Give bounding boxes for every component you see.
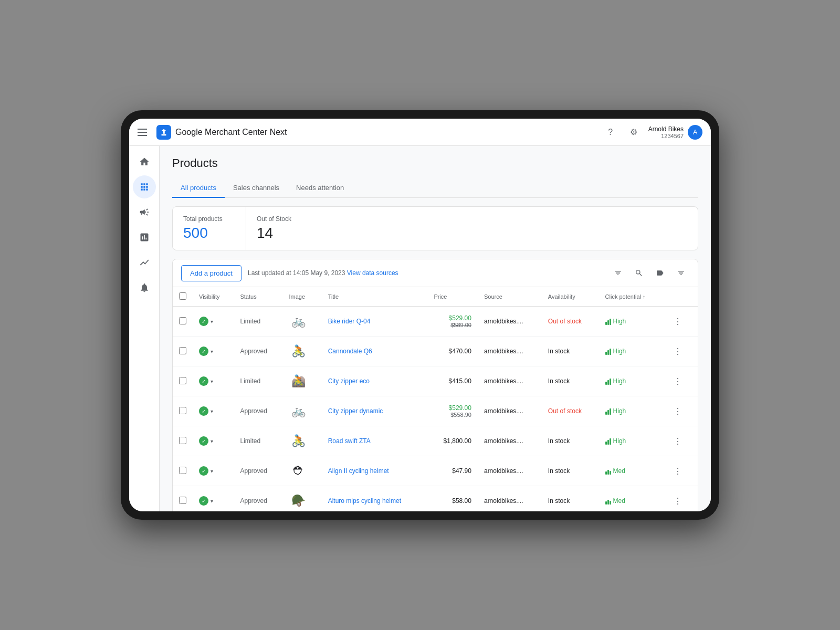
row-more[interactable]: ⋮ <box>664 486 698 512</box>
row-checkbox[interactable] <box>179 497 186 504</box>
add-product-button[interactable]: Add a product <box>181 265 242 281</box>
visibility-check-icon: ✓ <box>199 436 208 446</box>
tab-needs-attention[interactable]: Needs attention <box>288 178 352 198</box>
more-options-button[interactable]: ⋮ <box>670 344 685 359</box>
logo-text: Google Merchant Center Next <box>175 128 287 137</box>
columns-icon-button[interactable] <box>673 265 689 281</box>
tab-sales-channels[interactable]: Sales channels <box>225 178 288 198</box>
row-more[interactable]: ⋮ <box>664 307 698 337</box>
row-checkbox[interactable] <box>179 437 186 444</box>
row-title[interactable]: Road swift ZTA <box>322 426 428 456</box>
more-options-button[interactable]: ⋮ <box>670 464 685 478</box>
row-checkbox-cell[interactable] <box>173 456 193 486</box>
row-title[interactable]: City zipper dynamic <box>322 396 428 426</box>
row-more[interactable]: ⋮ <box>664 426 698 456</box>
tab-all-products[interactable]: All products <box>172 178 225 198</box>
product-image: ⛑ <box>289 461 308 480</box>
bar-chart-icon <box>605 377 611 385</box>
bar-chart-icon <box>605 437 611 445</box>
row-checkbox-cell[interactable] <box>173 366 193 396</box>
row-title[interactable]: Cannondale Q6 <box>322 337 428 366</box>
sidebar-item-analytics[interactable] <box>133 251 156 274</box>
page-title: Products <box>172 156 698 170</box>
click-potential-label: Med <box>613 467 625 475</box>
product-title-link[interactable]: City zipper dynamic <box>328 407 383 415</box>
product-image: 🚲 <box>289 402 308 421</box>
row-status: Approved <box>234 396 282 426</box>
search-icon-button[interactable] <box>631 265 647 281</box>
row-checkbox-cell[interactable] <box>173 307 193 337</box>
products-table: Visibility Status Image Title Price Sour… <box>173 287 698 511</box>
logo-area: Google Merchant Center Next <box>156 125 602 140</box>
header-visibility: Visibility <box>193 287 234 307</box>
select-all-checkbox[interactable] <box>179 292 186 300</box>
more-options-button[interactable]: ⋮ <box>670 374 685 388</box>
sidebar-item-notifications[interactable] <box>133 276 156 299</box>
row-click-potential: Med <box>599 456 664 486</box>
help-button[interactable]: ? <box>602 124 619 141</box>
top-bar: Google Merchant Center Next ? ⚙ Arnold B… <box>129 119 711 146</box>
product-title-link[interactable]: Align II cycling helmet <box>328 467 389 475</box>
chevron-down-icon[interactable]: ▾ <box>211 379 213 384</box>
product-image: 🚴 <box>289 432 308 450</box>
product-title-link[interactable]: Road swift ZTA <box>328 437 371 445</box>
chevron-down-icon[interactable]: ▾ <box>211 349 213 354</box>
price-original: $558.90 <box>434 412 471 418</box>
stat-total-products: Total products 500 <box>173 207 246 250</box>
total-products-value: 500 <box>183 225 235 242</box>
sort-arrow-icon: ↑ <box>643 294 645 300</box>
row-more[interactable]: ⋮ <box>664 396 698 426</box>
row-checkbox[interactable] <box>179 347 186 354</box>
row-title[interactable]: Align II cycling helmet <box>322 456 428 486</box>
chevron-down-icon[interactable]: ▾ <box>211 498 213 504</box>
chevron-down-icon[interactable]: ▾ <box>211 468 213 474</box>
toolbar-icons <box>610 265 689 281</box>
row-checkbox-cell[interactable] <box>173 486 193 512</box>
menu-icon[interactable] <box>138 126 150 139</box>
row-title[interactable]: Bike rider Q-04 <box>322 307 428 337</box>
header-price: Price <box>427 287 478 307</box>
header-click-potential[interactable]: Click potential ↑ <box>599 287 664 307</box>
filter-icon-button[interactable] <box>610 265 626 281</box>
row-checkbox[interactable] <box>179 407 186 414</box>
row-more[interactable]: ⋮ <box>664 366 698 396</box>
svg-rect-0 <box>162 134 166 135</box>
product-title-link[interactable]: Alturo mips cycling helmet <box>328 497 401 505</box>
row-source: arnoldbikes.... <box>478 426 542 456</box>
sidebar-item-reports[interactable] <box>133 226 156 249</box>
sidebar-item-products[interactable] <box>133 175 156 198</box>
sidebar-item-marketing[interactable] <box>133 201 156 224</box>
visibility-check-icon: ✓ <box>199 317 208 326</box>
product-title-link[interactable]: City zipper eco <box>328 377 370 385</box>
header-select-all[interactable] <box>173 287 193 307</box>
row-checkbox[interactable] <box>179 377 186 384</box>
row-checkbox-cell[interactable] <box>173 426 193 456</box>
view-data-sources-link[interactable]: View data sources <box>347 269 398 277</box>
table-row: ✓ ▾ Limited🚵City zipper eco $415.00 arno… <box>173 366 698 396</box>
more-options-button[interactable]: ⋮ <box>670 314 685 329</box>
row-price: $415.00 <box>427 366 478 396</box>
top-bar-right: ? ⚙ Arnold Bikes 1234567 A <box>602 124 702 141</box>
product-title-link[interactable]: Bike rider Q-04 <box>328 318 371 325</box>
row-title[interactable]: City zipper eco <box>322 366 428 396</box>
sidebar-item-home[interactable] <box>133 150 156 173</box>
row-price: $1,800.00 <box>427 426 478 456</box>
chevron-down-icon[interactable]: ▾ <box>211 319 213 324</box>
more-options-button[interactable]: ⋮ <box>670 494 685 508</box>
row-checkbox-cell[interactable] <box>173 396 193 426</box>
more-options-button[interactable]: ⋮ <box>670 404 685 418</box>
row-checkbox[interactable] <box>179 467 186 474</box>
row-title[interactable]: Alturo mips cycling helmet <box>322 486 428 512</box>
label-icon-button[interactable] <box>652 265 668 281</box>
header-image: Image <box>283 287 322 307</box>
chevron-down-icon[interactable]: ▾ <box>211 408 213 414</box>
row-more[interactable]: ⋮ <box>664 337 698 366</box>
more-options-button[interactable]: ⋮ <box>670 434 685 448</box>
row-more[interactable]: ⋮ <box>664 456 698 486</box>
row-checkbox-cell[interactable] <box>173 337 193 366</box>
settings-button[interactable]: ⚙ <box>625 124 642 141</box>
stat-out-of-stock: Out of Stock 14 <box>246 207 320 250</box>
chevron-down-icon[interactable]: ▾ <box>211 438 213 444</box>
product-title-link[interactable]: Cannondale Q6 <box>328 348 372 355</box>
row-checkbox[interactable] <box>179 317 186 324</box>
